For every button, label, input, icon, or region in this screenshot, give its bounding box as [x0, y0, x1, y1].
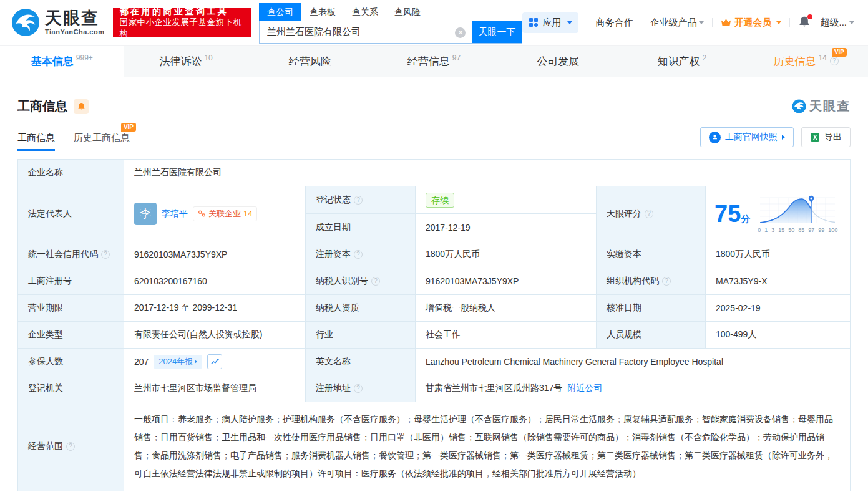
vip-label: 开通会员 — [734, 17, 771, 29]
subtab-history-business-info[interactable]: VIP 历史工商信息 — [74, 132, 130, 151]
search-area: 查公司 查老板 查关系 查风险 ✕ 天眼一下 — [259, 3, 522, 44]
crown-icon — [721, 18, 731, 27]
tab-count: 97 — [452, 54, 461, 62]
staff-size-label: 人员规模 — [597, 322, 706, 349]
taxpayer-id-value: 91620103MA73J5Y9XP — [416, 268, 597, 295]
search-tab-company[interactable]: 查公司 — [259, 3, 301, 21]
search-input[interactable] — [260, 21, 472, 43]
report-label: 2024年报 — [158, 356, 193, 367]
taxpayer-quality-value: 增值税一般纳税人 — [416, 295, 597, 322]
paid-capital-value: 1800万人民币 — [706, 241, 851, 268]
apps-menu[interactable]: 应用 — [522, 12, 578, 33]
related-companies-badge[interactable]: 关联企业 14 — [193, 206, 257, 221]
caret-down-icon — [776, 21, 781, 24]
taxpayer-quality-label: 纳税人资质 — [306, 295, 416, 322]
legal-rep-name-link[interactable]: 李培平 — [162, 208, 188, 219]
reg-capital-label: 注册资本 ? — [306, 241, 416, 268]
label-text: 经营范围 — [28, 441, 63, 452]
promo-banner: 都在用的商业查询工具 国家中小企业发展子基金旗下机构 — [113, 8, 251, 37]
help-icon[interactable]: ? — [830, 57, 839, 65]
help-icon[interactable]: ? — [101, 250, 110, 259]
brand-domain: TianYanCha.com — [45, 29, 104, 36]
registration-authority-value: 兰州市七里河区市场监督管理局 — [124, 375, 306, 402]
related-count: 14 — [243, 209, 252, 218]
clear-search-icon[interactable]: ✕ — [455, 27, 466, 38]
watermark-logo: 天眼查 — [792, 98, 851, 115]
promo-line2: 国家中小企业发展子基金旗下机构 — [119, 17, 245, 39]
company-nav-tabs: 基本信息 999+ 法律诉讼 10 经营风险 经营信息 97 公司发展 知识产权… — [0, 46, 868, 77]
stamp-icon — [709, 132, 721, 143]
notification-dot — [807, 14, 812, 19]
staff-size-value: 100-499人 — [706, 322, 851, 349]
divider — [641, 18, 641, 27]
english-name-value: Lanzhou Petroleum Chemical Machinery Gen… — [416, 349, 851, 375]
insured-number: 207 — [134, 357, 149, 367]
vip-badge: VIP — [121, 123, 136, 132]
notifications-bell[interactable] — [798, 16, 812, 29]
subtab-label: 历史工商信息 — [74, 132, 130, 143]
tab-history-info[interactable]: VIP 历史信息 14 ? — [744, 46, 868, 77]
help-icon[interactable]: ? — [354, 196, 363, 205]
tab-count: 14 — [818, 54, 826, 62]
search-tab-boss[interactable]: 查老板 — [301, 3, 344, 21]
help-icon[interactable]: ? — [645, 210, 653, 218]
tab-operation-risk[interactable]: 经营风险 — [248, 46, 372, 77]
tab-legal-litigation[interactable]: 法律诉讼 10 — [124, 46, 248, 77]
tab-intellectual-property[interactable]: 知识产权 2 — [620, 46, 744, 77]
search-button[interactable]: 天眼一下 — [472, 21, 522, 43]
approval-date-label: 核准日期 — [597, 295, 706, 322]
legal-rep-avatar[interactable]: 李 — [134, 203, 157, 225]
registered-address-label: 注册地址 ? — [306, 375, 416, 402]
search-tab-risk[interactable]: 查风险 — [386, 3, 429, 21]
tab-basic-info[interactable]: 基本信息 999+ — [0, 46, 124, 77]
help-icon[interactable]: ? — [371, 277, 380, 286]
divider — [789, 18, 790, 27]
export-button[interactable]: 导出 — [801, 127, 851, 147]
tab-count: 2 — [703, 54, 707, 62]
label-text: 统一社会信用代码 — [28, 249, 98, 260]
business-info-table: 企业名称 兰州兰石医院有限公司 法定代表人 李 李培平 关联企业 14 — [17, 159, 851, 491]
divider — [587, 18, 587, 27]
tianyancha-logo[interactable]: 天眼查 TianYanCha.com — [11, 8, 104, 37]
annual-report-badge[interactable]: 2024年报 — [154, 355, 202, 369]
official-snapshot-button[interactable]: 工商官网快照 — [700, 127, 794, 147]
taxpayer-id-label: 纳税人识别号 ? — [306, 268, 416, 295]
search-box: ✕ 天眼一下 — [259, 21, 522, 44]
help-icon[interactable]: ? — [66, 442, 75, 451]
trend-chart-button[interactable] — [207, 354, 222, 369]
subscribe-bell-button[interactable] — [74, 99, 89, 114]
label-text: 纳税人识别号 — [316, 276, 368, 287]
nearby-companies-link[interactable]: 附近公司 — [567, 383, 602, 394]
score-label: 天眼评分 ? — [597, 186, 706, 241]
tab-company-development[interactable]: 公司发展 — [496, 46, 620, 77]
subtab-row: 工商信息 VIP 历史工商信息 工商官网快照 导出 — [17, 127, 851, 151]
company-type-label: 企业类型 — [18, 322, 124, 349]
menu-enterprise-products[interactable]: 企业级产品 — [650, 17, 704, 29]
help-icon[interactable]: ? — [662, 277, 671, 286]
establish-date-label: 成立日期 — [306, 214, 416, 241]
help-icon[interactable]: ? — [354, 250, 363, 259]
tab-operation-info[interactable]: 经营信息 97 — [372, 46, 496, 77]
legal-rep-label: 法定代表人 — [18, 186, 124, 241]
super-label: 超级... — [820, 17, 847, 29]
tab-label: 经营信息 — [407, 54, 450, 69]
search-tab-relation[interactable]: 查关系 — [344, 3, 386, 21]
enterprise-label: 企业级产品 — [650, 17, 696, 29]
address-text: 甘肃省兰州市七里河区瓜州路317号 — [426, 383, 562, 394]
establish-date-value: 2017-12-19 — [416, 214, 597, 241]
label-text: 登记状态 — [316, 195, 351, 206]
paid-capital-label: 实缴资本 — [597, 241, 706, 268]
menu-open-vip[interactable]: 开通会员 — [721, 17, 781, 29]
legal-rep-value: 李 李培平 关联企业 14 — [124, 186, 306, 241]
search-tabs: 查公司 查老板 查关系 查风险 — [259, 3, 522, 21]
related-label: 关联企业 — [208, 208, 241, 219]
main-content: 工商信息 天眼查 工商信息 VIP 历史工商信息 — [0, 98, 868, 491]
table-row: 法定代表人 李 李培平 关联企业 14 登记状态 — [18, 186, 851, 241]
menu-super-vip[interactable]: 超级... — [820, 17, 854, 29]
help-icon[interactable]: ? — [354, 384, 363, 393]
score-value: 75分 — [706, 186, 851, 241]
section-header: 工商信息 天眼查 — [17, 98, 851, 115]
status-date-stack: 登记状态 ? 存续 成立日期 2017-12-19 — [306, 186, 597, 241]
menu-business-coop[interactable]: 商务合作 — [595, 17, 633, 29]
subtab-business-info[interactable]: 工商信息 — [17, 132, 55, 151]
